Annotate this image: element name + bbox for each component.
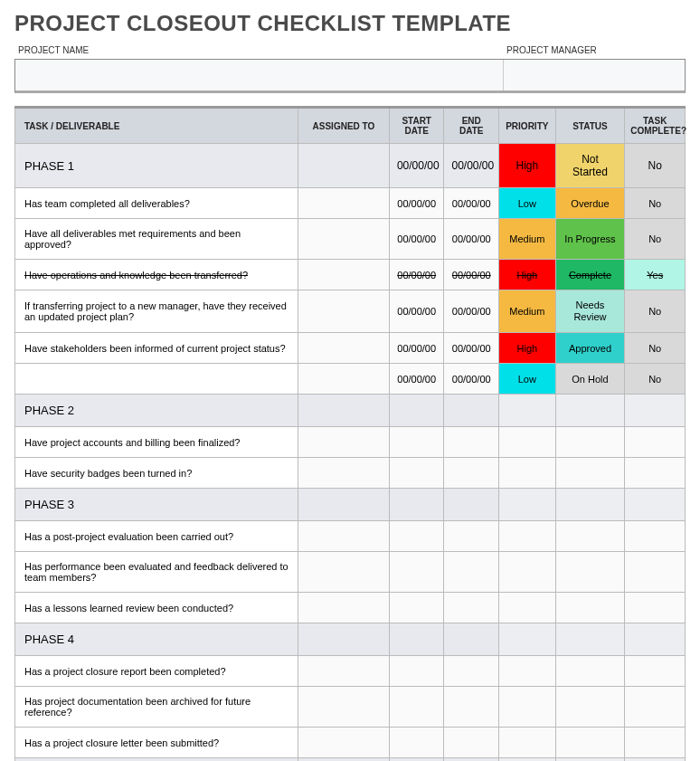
assigned-cell[interactable] <box>298 687 389 728</box>
complete-cell[interactable] <box>625 656 686 687</box>
priority-cell[interactable]: Low <box>499 188 556 219</box>
start-date-cell[interactable]: 00/00/00 <box>389 144 444 188</box>
start-date-cell[interactable]: 00/00/00 <box>389 188 444 219</box>
status-cell[interactable] <box>555 623 625 656</box>
status-cell[interactable]: On Hold <box>555 364 625 395</box>
start-date-cell[interactable] <box>389 489 444 521</box>
status-cell[interactable] <box>555 521 625 552</box>
status-cell[interactable] <box>555 427 625 458</box>
start-date-cell[interactable] <box>389 593 444 623</box>
task-cell[interactable]: PHASE 4 <box>15 623 298 656</box>
assigned-cell[interactable] <box>298 260 389 290</box>
start-date-cell[interactable] <box>389 395 444 427</box>
start-date-cell[interactable]: 00/00/00 <box>389 333 444 364</box>
task-cell[interactable]: Have stakeholders been informed of curre… <box>15 333 298 364</box>
start-date-cell[interactable] <box>389 552 444 593</box>
status-cell[interactable] <box>555 687 625 728</box>
task-cell[interactable]: Have all deliverables met requirements a… <box>15 219 298 260</box>
task-cell[interactable]: Has a project closure report been comple… <box>15 656 298 687</box>
priority-cell[interactable]: Low <box>499 364 556 395</box>
complete-cell[interactable]: Yes <box>625 260 686 290</box>
priority-cell[interactable] <box>499 552 556 593</box>
assigned-cell[interactable] <box>298 364 389 395</box>
complete-cell[interactable]: No <box>625 364 686 395</box>
assigned-cell[interactable] <box>298 521 389 552</box>
priority-cell[interactable] <box>499 687 556 728</box>
end-date-cell[interactable]: 00/00/00 <box>444 144 499 188</box>
start-date-cell[interactable] <box>389 728 444 758</box>
end-date-cell[interactable]: 00/00/00 <box>444 364 499 395</box>
complete-cell[interactable] <box>625 395 686 427</box>
start-date-cell[interactable] <box>389 521 444 552</box>
start-date-cell[interactable] <box>389 656 444 687</box>
end-date-cell[interactable] <box>444 395 499 427</box>
task-cell[interactable]: PHASE 2 <box>15 395 298 427</box>
complete-cell[interactable] <box>625 489 686 521</box>
complete-cell[interactable] <box>625 552 686 593</box>
status-cell[interactable]: Complete <box>555 260 625 290</box>
priority-cell[interactable] <box>499 521 556 552</box>
end-date-cell[interactable]: 00/00/00 <box>444 260 499 290</box>
status-cell[interactable] <box>555 458 625 489</box>
assigned-cell[interactable] <box>298 552 389 593</box>
status-cell[interactable] <box>555 552 625 593</box>
priority-cell[interactable]: High <box>499 333 556 364</box>
status-cell[interactable]: Overdue <box>555 188 625 219</box>
task-cell[interactable]: Has team completed all deliverables? <box>15 188 298 219</box>
end-date-cell[interactable]: 00/00/00 <box>444 333 499 364</box>
complete-cell[interactable]: No <box>625 290 686 333</box>
priority-cell[interactable] <box>499 395 556 427</box>
project-name-input[interactable] <box>15 60 504 90</box>
priority-cell[interactable]: High <box>499 144 556 188</box>
status-cell[interactable]: Needs Review <box>555 290 625 333</box>
assigned-cell[interactable] <box>298 188 389 219</box>
end-date-cell[interactable] <box>444 687 499 728</box>
assigned-cell[interactable] <box>298 656 389 687</box>
end-date-cell[interactable] <box>444 521 499 552</box>
complete-cell[interactable] <box>625 623 686 656</box>
task-cell[interactable]: PHASE 3 <box>15 489 298 521</box>
end-date-cell[interactable] <box>444 427 499 458</box>
start-date-cell[interactable]: 00/00/00 <box>389 260 444 290</box>
assigned-cell[interactable] <box>298 593 389 623</box>
task-cell[interactable]: PHASE 1 <box>15 144 298 188</box>
end-date-cell[interactable] <box>444 489 499 521</box>
task-cell[interactable]: Have operations and knowledge been trans… <box>15 260 298 290</box>
complete-cell[interactable]: No <box>625 219 686 260</box>
start-date-cell[interactable] <box>389 623 444 656</box>
assigned-cell[interactable] <box>298 144 389 188</box>
status-cell[interactable] <box>555 656 625 687</box>
complete-cell[interactable]: No <box>625 188 686 219</box>
priority-cell[interactable] <box>499 593 556 623</box>
assigned-cell[interactable] <box>298 219 389 260</box>
complete-cell[interactable] <box>625 427 686 458</box>
priority-cell[interactable]: High <box>499 260 556 290</box>
end-date-cell[interactable] <box>444 458 499 489</box>
end-date-cell[interactable]: 00/00/00 <box>444 188 499 219</box>
end-date-cell[interactable] <box>444 623 499 656</box>
assigned-cell[interactable] <box>298 623 389 656</box>
complete-cell[interactable] <box>625 521 686 552</box>
start-date-cell[interactable]: 00/00/00 <box>389 364 444 395</box>
task-cell[interactable]: Have security badges been turned in? <box>15 458 298 489</box>
end-date-cell[interactable] <box>444 593 499 623</box>
assigned-cell[interactable] <box>298 290 389 333</box>
priority-cell[interactable] <box>499 728 556 758</box>
status-cell[interactable]: Approved <box>555 333 625 364</box>
status-cell[interactable] <box>555 489 625 521</box>
task-cell[interactable]: Has project documentation been archived … <box>15 687 298 728</box>
status-cell[interactable] <box>555 395 625 427</box>
complete-cell[interactable] <box>625 728 686 758</box>
priority-cell[interactable]: Medium <box>499 219 556 260</box>
assigned-cell[interactable] <box>298 728 389 758</box>
assigned-cell[interactable] <box>298 458 389 489</box>
task-cell[interactable]: Has a lessons learned review been conduc… <box>15 593 298 623</box>
end-date-cell[interactable]: 00/00/00 <box>444 290 499 333</box>
task-cell[interactable]: If transferring project to a new manager… <box>15 290 298 333</box>
task-cell[interactable] <box>15 364 298 395</box>
assigned-cell[interactable] <box>298 333 389 364</box>
start-date-cell[interactable]: 00/00/00 <box>389 219 444 260</box>
task-cell[interactable]: Has a post-project evaluation been carri… <box>15 521 298 552</box>
assigned-cell[interactable] <box>298 427 389 458</box>
assigned-cell[interactable] <box>298 395 389 427</box>
